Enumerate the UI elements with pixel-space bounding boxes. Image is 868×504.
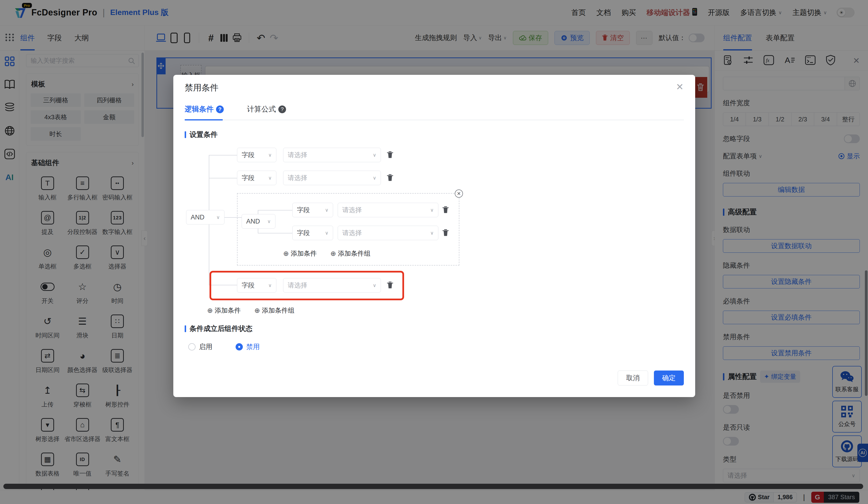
confirm-button[interactable]: 确定 bbox=[654, 371, 684, 385]
state-radio-group: 启用 禁用 bbox=[188, 342, 260, 351]
chevron-down-icon: ∨ bbox=[325, 207, 329, 213]
radio-icon bbox=[236, 343, 243, 350]
radio-enable[interactable]: 启用 bbox=[188, 342, 213, 351]
delete-condition-icon[interactable] bbox=[385, 171, 395, 185]
condition-field-select[interactable]: 请选择∨ bbox=[283, 171, 381, 185]
connector-line bbox=[209, 178, 237, 178]
plus-circle-icon: ⊕ bbox=[283, 249, 289, 258]
remove-group-icon[interactable]: ✕ bbox=[455, 189, 463, 198]
chevron-down-icon: ∨ bbox=[373, 175, 376, 181]
state-section-title: 条件成立后组件状态 bbox=[185, 324, 252, 333]
chevron-down-icon: ∨ bbox=[430, 207, 434, 213]
condition-field-type-select[interactable]: 字段∨ bbox=[292, 203, 333, 217]
condition-field-type-select[interactable]: 字段∨ bbox=[237, 171, 276, 185]
condition-field-type-select[interactable]: 字段∨ bbox=[237, 278, 276, 292]
add-condition-group-link[interactable]: ⊕添加条件组 bbox=[254, 306, 294, 315]
condition-field-select[interactable]: 请选择∨ bbox=[338, 226, 438, 240]
condition-field-type-select[interactable]: 字段∨ bbox=[237, 148, 276, 162]
condition-field-select[interactable]: 请选择∨ bbox=[283, 278, 381, 292]
chevron-down-icon: ∨ bbox=[268, 282, 272, 288]
radio-icon bbox=[188, 343, 196, 350]
delete-condition-icon[interactable] bbox=[441, 203, 451, 217]
chevron-down-icon: ∨ bbox=[325, 230, 329, 236]
add-condition-link[interactable]: ⊕添加条件 bbox=[207, 306, 241, 315]
chevron-down-icon: ∨ bbox=[267, 218, 271, 224]
chevron-down-icon: ∨ bbox=[268, 175, 272, 181]
add-condition-group-link[interactable]: ⊕添加条件组 bbox=[330, 249, 370, 258]
delete-condition-icon[interactable] bbox=[385, 278, 395, 292]
add-condition-link[interactable]: ⊕添加条件 bbox=[283, 249, 317, 258]
delete-condition-icon[interactable] bbox=[441, 226, 451, 240]
active-tab-underline bbox=[185, 119, 223, 121]
plus-circle-icon: ⊕ bbox=[207, 307, 213, 315]
disable-condition-modal: 禁用条件 ✕ 逻辑条件? 计算公式? 设置条件 AND∨ bbox=[173, 75, 695, 397]
chevron-down-icon: ∨ bbox=[430, 230, 434, 236]
delete-condition-icon[interactable] bbox=[385, 148, 395, 162]
modal-footer: 取消 确定 bbox=[618, 371, 684, 385]
logic-operator-select[interactable]: AND∨ bbox=[186, 210, 225, 225]
chevron-down-icon: ∨ bbox=[373, 152, 376, 158]
chevron-down-icon: ∨ bbox=[268, 152, 272, 158]
plus-circle-icon: ⊕ bbox=[254, 307, 260, 315]
radio-disable[interactable]: 禁用 bbox=[236, 342, 260, 351]
connector-line bbox=[209, 285, 237, 285]
condition-field-select[interactable]: 请选择∨ bbox=[338, 203, 438, 217]
chevron-down-icon: ∨ bbox=[373, 282, 376, 288]
connector-line bbox=[209, 155, 237, 155]
condition-field-select[interactable]: 请选择∨ bbox=[283, 148, 381, 162]
chevron-down-icon: ∨ bbox=[216, 214, 220, 220]
cancel-button[interactable]: 取消 bbox=[618, 371, 648, 385]
logic-operator-select[interactable]: AND∨ bbox=[241, 214, 276, 229]
plus-circle-icon: ⊕ bbox=[330, 249, 336, 258]
condition-field-type-select[interactable]: 字段∨ bbox=[292, 226, 333, 240]
fcdesigner-app: Pro FcDesigner Pro | Element Plus 版 首页 ∨… bbox=[0, 0, 868, 504]
